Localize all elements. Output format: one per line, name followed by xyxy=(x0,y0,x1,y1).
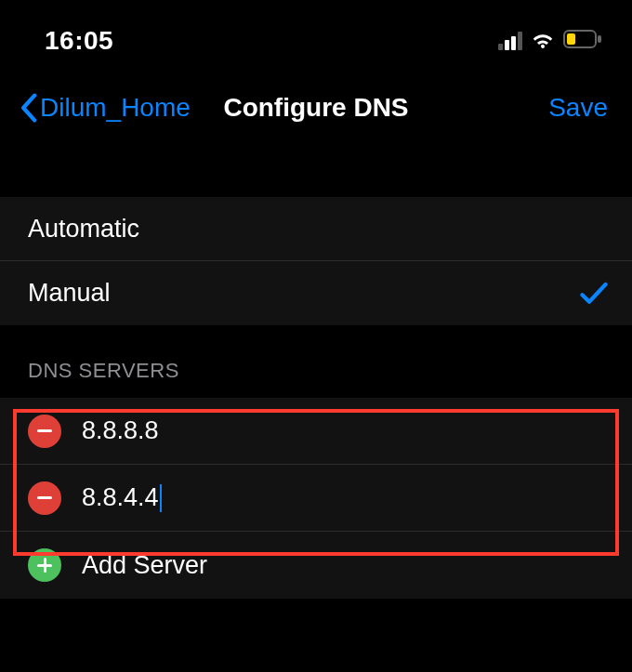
checkmark-icon xyxy=(580,282,608,306)
mode-manual-row[interactable]: Manual xyxy=(0,261,632,325)
remove-server-button[interactable] xyxy=(28,481,61,515)
status-time: 16:05 xyxy=(45,26,113,56)
mode-automatic-row[interactable]: Automatic xyxy=(0,197,632,261)
mode-automatic-label: Automatic xyxy=(28,215,139,244)
add-server-button[interactable] xyxy=(28,548,61,582)
svg-rect-2 xyxy=(567,33,575,45)
server-row[interactable]: 8.8.4.4 xyxy=(0,465,632,532)
chevron-left-icon xyxy=(19,93,38,123)
mode-manual-label: Manual xyxy=(28,279,111,308)
battery-icon xyxy=(563,30,602,52)
back-button[interactable]: Dilum_Home xyxy=(19,93,191,123)
page-title: Configure DNS xyxy=(223,93,408,123)
nav-bar: Dilum_Home Configure DNS Save xyxy=(0,65,632,145)
server-address[interactable]: 8.8.4.4 xyxy=(82,483,162,512)
dns-servers-header: DNS SERVERS xyxy=(0,359,632,398)
status-icons xyxy=(498,29,602,53)
wifi-icon xyxy=(530,29,556,53)
text-cursor xyxy=(160,484,162,512)
dns-server-list: 8.8.8.8 8.8.4.4 Add Server xyxy=(0,398,632,599)
server-row[interactable]: 8.8.8.8 xyxy=(0,398,632,465)
add-server-row[interactable]: Add Server xyxy=(0,532,632,599)
server-address[interactable]: 8.8.8.8 xyxy=(82,416,159,445)
add-server-label: Add Server xyxy=(82,551,207,580)
status-bar: 16:05 xyxy=(0,0,632,65)
remove-server-button[interactable] xyxy=(28,415,61,448)
back-label: Dilum_Home xyxy=(40,93,191,123)
mode-list: Automatic Manual xyxy=(0,197,632,325)
save-button[interactable]: Save xyxy=(548,93,608,123)
svg-rect-1 xyxy=(598,35,601,43)
cellular-icon xyxy=(498,32,522,50)
